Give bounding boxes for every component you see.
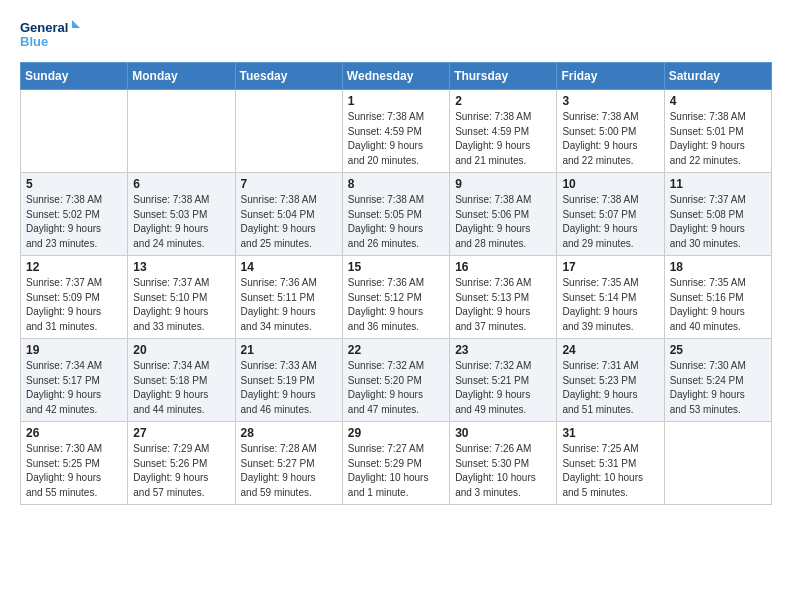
- weekday-header: Friday: [557, 63, 664, 90]
- calendar-cell: 21Sunrise: 7:33 AM Sunset: 5:19 PM Dayli…: [235, 339, 342, 422]
- day-number: 22: [348, 343, 444, 357]
- calendar-week-row: 1Sunrise: 7:38 AM Sunset: 4:59 PM Daylig…: [21, 90, 772, 173]
- day-info: Sunrise: 7:38 AM Sunset: 5:07 PM Dayligh…: [562, 193, 658, 251]
- day-number: 10: [562, 177, 658, 191]
- calendar-cell: [128, 90, 235, 173]
- day-info: Sunrise: 7:38 AM Sunset: 5:03 PM Dayligh…: [133, 193, 229, 251]
- day-info: Sunrise: 7:30 AM Sunset: 5:25 PM Dayligh…: [26, 442, 122, 500]
- day-info: Sunrise: 7:32 AM Sunset: 5:20 PM Dayligh…: [348, 359, 444, 417]
- day-number: 15: [348, 260, 444, 274]
- day-info: Sunrise: 7:37 AM Sunset: 5:08 PM Dayligh…: [670, 193, 766, 251]
- calendar-cell: 18Sunrise: 7:35 AM Sunset: 5:16 PM Dayli…: [664, 256, 771, 339]
- calendar-cell: 24Sunrise: 7:31 AM Sunset: 5:23 PM Dayli…: [557, 339, 664, 422]
- calendar-cell: 26Sunrise: 7:30 AM Sunset: 5:25 PM Dayli…: [21, 422, 128, 505]
- calendar-cell: [21, 90, 128, 173]
- calendar-cell: 22Sunrise: 7:32 AM Sunset: 5:20 PM Dayli…: [342, 339, 449, 422]
- day-info: Sunrise: 7:37 AM Sunset: 5:10 PM Dayligh…: [133, 276, 229, 334]
- calendar-cell: 15Sunrise: 7:36 AM Sunset: 5:12 PM Dayli…: [342, 256, 449, 339]
- calendar-cell: 20Sunrise: 7:34 AM Sunset: 5:18 PM Dayli…: [128, 339, 235, 422]
- calendar-cell: 14Sunrise: 7:36 AM Sunset: 5:11 PM Dayli…: [235, 256, 342, 339]
- calendar-cell: 4Sunrise: 7:38 AM Sunset: 5:01 PM Daylig…: [664, 90, 771, 173]
- day-info: Sunrise: 7:33 AM Sunset: 5:19 PM Dayligh…: [241, 359, 337, 417]
- day-info: Sunrise: 7:36 AM Sunset: 5:12 PM Dayligh…: [348, 276, 444, 334]
- day-number: 13: [133, 260, 229, 274]
- weekday-header: Tuesday: [235, 63, 342, 90]
- day-info: Sunrise: 7:32 AM Sunset: 5:21 PM Dayligh…: [455, 359, 551, 417]
- day-info: Sunrise: 7:38 AM Sunset: 5:04 PM Dayligh…: [241, 193, 337, 251]
- day-number: 14: [241, 260, 337, 274]
- day-info: Sunrise: 7:27 AM Sunset: 5:29 PM Dayligh…: [348, 442, 444, 500]
- day-info: Sunrise: 7:28 AM Sunset: 5:27 PM Dayligh…: [241, 442, 337, 500]
- day-number: 1: [348, 94, 444, 108]
- calendar-cell: 19Sunrise: 7:34 AM Sunset: 5:17 PM Dayli…: [21, 339, 128, 422]
- day-info: Sunrise: 7:38 AM Sunset: 5:02 PM Dayligh…: [26, 193, 122, 251]
- weekday-header: Saturday: [664, 63, 771, 90]
- calendar-cell: 29Sunrise: 7:27 AM Sunset: 5:29 PM Dayli…: [342, 422, 449, 505]
- calendar-cell: 12Sunrise: 7:37 AM Sunset: 5:09 PM Dayli…: [21, 256, 128, 339]
- calendar-cell: [235, 90, 342, 173]
- weekday-header: Thursday: [450, 63, 557, 90]
- day-number: 5: [26, 177, 122, 191]
- calendar-cell: 5Sunrise: 7:38 AM Sunset: 5:02 PM Daylig…: [21, 173, 128, 256]
- day-info: Sunrise: 7:38 AM Sunset: 5:00 PM Dayligh…: [562, 110, 658, 168]
- svg-text:Blue: Blue: [20, 34, 48, 49]
- day-info: Sunrise: 7:34 AM Sunset: 5:18 PM Dayligh…: [133, 359, 229, 417]
- calendar-cell: 30Sunrise: 7:26 AM Sunset: 5:30 PM Dayli…: [450, 422, 557, 505]
- calendar-cell: 23Sunrise: 7:32 AM Sunset: 5:21 PM Dayli…: [450, 339, 557, 422]
- day-info: Sunrise: 7:30 AM Sunset: 5:24 PM Dayligh…: [670, 359, 766, 417]
- calendar-cell: 28Sunrise: 7:28 AM Sunset: 5:27 PM Dayli…: [235, 422, 342, 505]
- page-container: General Blue SundayMondayTuesdayWednesda…: [0, 0, 792, 521]
- day-number: 18: [670, 260, 766, 274]
- calendar-cell: 13Sunrise: 7:37 AM Sunset: 5:10 PM Dayli…: [128, 256, 235, 339]
- calendar-cell: [664, 422, 771, 505]
- calendar-cell: 8Sunrise: 7:38 AM Sunset: 5:05 PM Daylig…: [342, 173, 449, 256]
- day-number: 4: [670, 94, 766, 108]
- day-info: Sunrise: 7:38 AM Sunset: 5:01 PM Dayligh…: [670, 110, 766, 168]
- day-info: Sunrise: 7:38 AM Sunset: 5:06 PM Dayligh…: [455, 193, 551, 251]
- day-number: 2: [455, 94, 551, 108]
- calendar-cell: 27Sunrise: 7:29 AM Sunset: 5:26 PM Dayli…: [128, 422, 235, 505]
- day-number: 3: [562, 94, 658, 108]
- calendar-cell: 3Sunrise: 7:38 AM Sunset: 5:00 PM Daylig…: [557, 90, 664, 173]
- day-number: 21: [241, 343, 337, 357]
- calendar-week-row: 5Sunrise: 7:38 AM Sunset: 5:02 PM Daylig…: [21, 173, 772, 256]
- day-info: Sunrise: 7:38 AM Sunset: 5:05 PM Dayligh…: [348, 193, 444, 251]
- day-info: Sunrise: 7:38 AM Sunset: 4:59 PM Dayligh…: [348, 110, 444, 168]
- day-info: Sunrise: 7:29 AM Sunset: 5:26 PM Dayligh…: [133, 442, 229, 500]
- day-number: 16: [455, 260, 551, 274]
- day-number: 30: [455, 426, 551, 440]
- day-number: 26: [26, 426, 122, 440]
- calendar-cell: 9Sunrise: 7:38 AM Sunset: 5:06 PM Daylig…: [450, 173, 557, 256]
- day-info: Sunrise: 7:35 AM Sunset: 5:14 PM Dayligh…: [562, 276, 658, 334]
- weekday-header: Wednesday: [342, 63, 449, 90]
- day-number: 24: [562, 343, 658, 357]
- day-info: Sunrise: 7:25 AM Sunset: 5:31 PM Dayligh…: [562, 442, 658, 500]
- day-number: 31: [562, 426, 658, 440]
- logo: General Blue: [20, 16, 80, 52]
- svg-text:General: General: [20, 20, 68, 35]
- calendar-week-row: 19Sunrise: 7:34 AM Sunset: 5:17 PM Dayli…: [21, 339, 772, 422]
- weekday-header: Sunday: [21, 63, 128, 90]
- logo-svg: General Blue: [20, 16, 80, 52]
- day-number: 9: [455, 177, 551, 191]
- day-number: 8: [348, 177, 444, 191]
- calendar-cell: 7Sunrise: 7:38 AM Sunset: 5:04 PM Daylig…: [235, 173, 342, 256]
- calendar-cell: 10Sunrise: 7:38 AM Sunset: 5:07 PM Dayli…: [557, 173, 664, 256]
- day-number: 27: [133, 426, 229, 440]
- day-info: Sunrise: 7:38 AM Sunset: 4:59 PM Dayligh…: [455, 110, 551, 168]
- day-info: Sunrise: 7:31 AM Sunset: 5:23 PM Dayligh…: [562, 359, 658, 417]
- calendar-cell: 2Sunrise: 7:38 AM Sunset: 4:59 PM Daylig…: [450, 90, 557, 173]
- day-number: 17: [562, 260, 658, 274]
- calendar-cell: 1Sunrise: 7:38 AM Sunset: 4:59 PM Daylig…: [342, 90, 449, 173]
- weekday-header: Monday: [128, 63, 235, 90]
- calendar-cell: 25Sunrise: 7:30 AM Sunset: 5:24 PM Dayli…: [664, 339, 771, 422]
- day-number: 19: [26, 343, 122, 357]
- calendar-cell: 17Sunrise: 7:35 AM Sunset: 5:14 PM Dayli…: [557, 256, 664, 339]
- calendar-cell: 11Sunrise: 7:37 AM Sunset: 5:08 PM Dayli…: [664, 173, 771, 256]
- day-info: Sunrise: 7:34 AM Sunset: 5:17 PM Dayligh…: [26, 359, 122, 417]
- calendar-cell: 6Sunrise: 7:38 AM Sunset: 5:03 PM Daylig…: [128, 173, 235, 256]
- day-number: 11: [670, 177, 766, 191]
- day-number: 12: [26, 260, 122, 274]
- svg-marker-2: [72, 20, 80, 28]
- calendar-header-row: SundayMondayTuesdayWednesdayThursdayFrid…: [21, 63, 772, 90]
